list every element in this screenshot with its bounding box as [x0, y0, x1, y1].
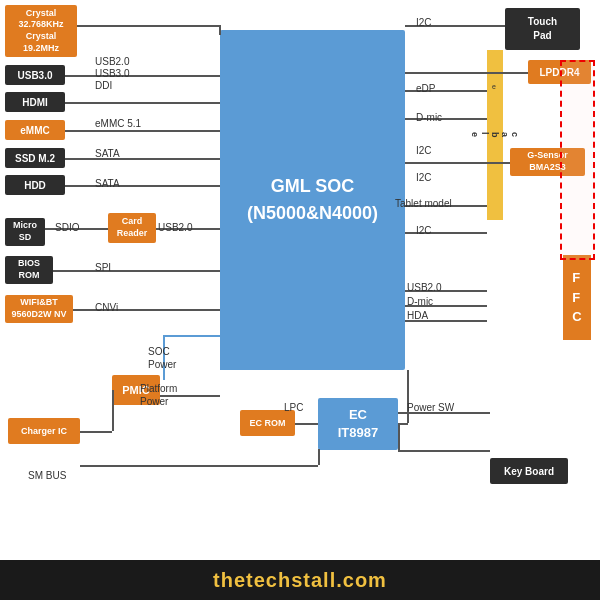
lpc-label: LPC [284, 402, 303, 413]
soc-power-v [220, 335, 222, 370]
cardreader-block: CardReader [108, 213, 156, 243]
soc-block: GML SOC (N5000&N4000) [220, 30, 405, 370]
ecrom-block: EC ROM [240, 410, 295, 436]
smbus-line [80, 465, 318, 467]
crystal-block: Crystal32.768KHzCrystal19.2MHz [5, 5, 77, 57]
ecrom-ec-line [295, 423, 318, 425]
usb20-label: USB2.0 [95, 56, 129, 67]
i2c4-label: I2C [416, 225, 432, 236]
usb20r-label: USB2.0 [407, 282, 441, 293]
crystal-line [77, 25, 220, 27]
usb30-block: USB3.0 [5, 65, 65, 85]
sdio-label: SDIO [55, 222, 79, 233]
tablet-label: Tablet model [395, 198, 452, 209]
usb30-line [65, 75, 220, 77]
ddi-label: DDI [95, 80, 112, 91]
hdmi-block: HDMI [5, 92, 65, 112]
dmic2-label: D-mic [407, 296, 433, 307]
connector-area [560, 60, 595, 260]
i2c3-label2: I2C [416, 172, 432, 183]
edp-label: e [487, 82, 501, 90]
edp-label: eDP [416, 83, 435, 94]
keyboard-v [398, 425, 400, 450]
keyboard-line [398, 450, 490, 452]
ffc-block: FFC [563, 255, 591, 340]
usb20-cr-label: USB2.0 [158, 222, 192, 233]
chargeic-v [112, 390, 114, 431]
ec-block: ECIT8987 [318, 398, 398, 450]
hdd-line [65, 185, 220, 187]
i2c2-label: I2C [416, 145, 432, 156]
i2c1-label: I2C [416, 17, 432, 28]
usb30-label2: USB3.0 [95, 68, 129, 79]
watermark-bar: thetechstall.com [0, 560, 600, 600]
sata1-label: SATA [95, 148, 120, 159]
ec-soc-v [407, 370, 409, 423]
platformpower-label: PlatformPower [140, 382, 177, 408]
crystal-v [219, 25, 221, 35]
lpddr4-line [405, 72, 528, 74]
hdd-block: HDD [5, 175, 65, 195]
cable-bar: cable [487, 50, 503, 220]
wifi-block: WIFI&BT9560D2W NV [5, 295, 73, 323]
ssd-block: SSD M.2 [5, 148, 65, 168]
schematic-diagram: GML SOC (N5000&N4000) Crystal32.768KHzCr… [0, 0, 600, 560]
emmc-line [65, 130, 220, 132]
hda-label: HDA [407, 310, 428, 321]
hdmi-line [65, 102, 220, 104]
i2c-gsensor [405, 162, 510, 164]
powersw-label: Power SW [407, 402, 454, 413]
pmic-soc-h [163, 335, 220, 337]
dmic1-label: D-mic [416, 112, 442, 123]
keyboard-block: Key Board [490, 458, 568, 484]
smbus-v [318, 449, 320, 465]
chargeic-block: Charger IC [8, 418, 80, 444]
microsd-block: MicroSD [5, 218, 45, 246]
bios-block: BIOSROM [5, 256, 53, 284]
touchpad-block: TouchPad [505, 8, 580, 50]
emmc51-label: eMMC 5.1 [95, 118, 141, 129]
ec-soc-lpc [398, 423, 408, 425]
cnvi-label: CNVi [95, 302, 118, 313]
chargeic-pmic [80, 431, 112, 433]
socpower-label: SOCPower [148, 345, 176, 371]
ssd-line [65, 158, 220, 160]
bios-line [53, 270, 220, 272]
smbus-label: SM BUS [28, 470, 66, 481]
watermark-text: thetechstall.com [213, 569, 387, 592]
emmc-block: eMMC [5, 120, 65, 140]
sata2-label: SATA [95, 178, 120, 189]
soc-label: GML SOC (N5000&N4000) [247, 173, 378, 227]
spi-label: SPI [95, 262, 111, 273]
